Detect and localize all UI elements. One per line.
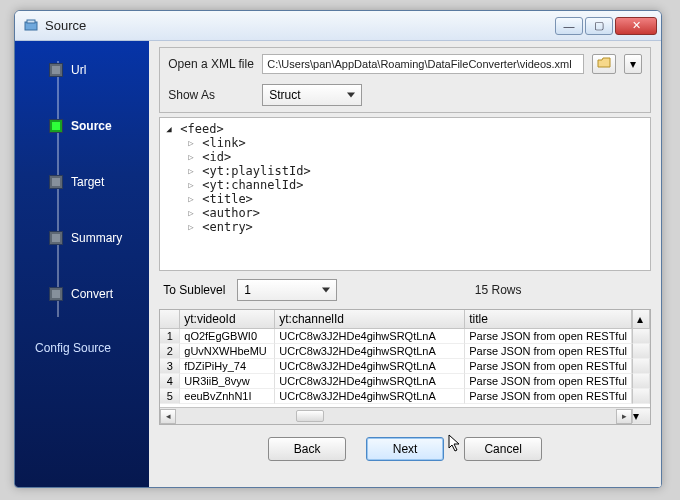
cell-title[interactable]: Parse JSON from open RESTful bbox=[465, 389, 632, 404]
expand-icon[interactable]: ▷ bbox=[188, 152, 198, 162]
open-xml-panel: Open a XML file C:\Users\pan\AppData\Roa… bbox=[159, 47, 651, 113]
wizard-step-target[interactable]: Target bbox=[15, 165, 149, 199]
cell-channelid[interactable]: UCrC8w3J2HDe4gihwSRQtLnA bbox=[275, 329, 465, 344]
cell-videoid[interactable]: gUvNXWHbeMU bbox=[180, 344, 275, 359]
table-row[interactable]: 2gUvNXWHbeMUUCrC8w3J2HDe4gihwSRQtLnAPars… bbox=[160, 344, 650, 359]
browse-dropdown-button[interactable]: ▾ bbox=[624, 54, 642, 74]
tree-node[interactable]: ▷<entry> bbox=[166, 220, 644, 234]
step-box-icon bbox=[49, 63, 63, 77]
app-icon bbox=[23, 18, 39, 34]
wizard-step-convert[interactable]: Convert bbox=[15, 277, 149, 311]
horizontal-scrollbar[interactable]: ◂ ▸ ▾ bbox=[160, 407, 650, 424]
cell-title[interactable]: Parse JSON from open RESTful bbox=[465, 359, 632, 374]
row-number: 2 bbox=[160, 344, 180, 359]
cell-channelid[interactable]: UCrC8w3J2HDe4gihwSRQtLnA bbox=[275, 389, 465, 404]
xml-path-input[interactable]: C:\Users\pan\AppData\Roaming\DataFileCon… bbox=[262, 54, 584, 74]
sublevel-select[interactable]: 1 bbox=[237, 279, 337, 301]
open-xml-label: Open a XML file bbox=[168, 57, 254, 71]
expand-icon[interactable]: ▷ bbox=[188, 138, 198, 148]
vscroll-track[interactable] bbox=[632, 344, 650, 359]
row-number: 1 bbox=[160, 329, 180, 344]
tree-node-label: <id> bbox=[202, 150, 231, 164]
vscroll-down-icon[interactable]: ▾ bbox=[632, 409, 650, 423]
chevron-down-icon: ▾ bbox=[630, 57, 636, 71]
cell-videoid[interactable]: UR3iiB_8vyw bbox=[180, 374, 275, 389]
cancel-button[interactable]: Cancel bbox=[464, 437, 542, 461]
hscroll-left-icon[interactable]: ◂ bbox=[160, 409, 176, 424]
vscroll-track[interactable] bbox=[632, 359, 650, 374]
svg-rect-1 bbox=[27, 20, 35, 23]
maximize-button[interactable]: ▢ bbox=[585, 17, 613, 35]
tree-node-label: <title> bbox=[202, 192, 253, 206]
tree-node[interactable]: ▷<id> bbox=[166, 150, 644, 164]
col-header-videoid[interactable]: yt:videoId bbox=[180, 310, 275, 329]
to-sublevel-label: To Sublevel bbox=[163, 283, 225, 297]
tree-node[interactable]: ▷<link> bbox=[166, 136, 644, 150]
tree-node[interactable]: ▷<author> bbox=[166, 206, 644, 220]
cell-channelid[interactable]: UCrC8w3J2HDe4gihwSRQtLnA bbox=[275, 359, 465, 374]
table-row[interactable]: 1qO2fEgGBWI0UCrC8w3J2HDe4gihwSRQtLnAPars… bbox=[160, 329, 650, 344]
hscroll-right-icon[interactable]: ▸ bbox=[616, 409, 632, 424]
dialog-window: Source — ▢ ✕ UrlSourceTargetSummaryConve… bbox=[14, 10, 662, 488]
expand-icon[interactable]: ▷ bbox=[188, 180, 198, 190]
expand-icon[interactable]: ▷ bbox=[188, 208, 198, 218]
show-as-label: Show As bbox=[168, 88, 254, 102]
show-as-select[interactable]: Struct bbox=[262, 84, 362, 106]
tree-node-label: <link> bbox=[202, 136, 245, 150]
tree-node[interactable]: ▷<yt:playlistId> bbox=[166, 164, 644, 178]
vscroll-track[interactable] bbox=[632, 389, 650, 404]
table-row[interactable]: 3fDZiPiHy_74UCrC8w3J2HDe4gihwSRQtLnAPars… bbox=[160, 359, 650, 374]
vscroll-up-icon[interactable]: ▴ bbox=[632, 310, 650, 329]
tree-node-label: <author> bbox=[202, 206, 260, 220]
step-label: Target bbox=[71, 175, 104, 189]
hscroll-thumb[interactable] bbox=[296, 410, 324, 422]
cell-title[interactable]: Parse JSON from open RESTful bbox=[465, 374, 632, 389]
vscroll-track[interactable] bbox=[632, 329, 650, 344]
step-box-icon bbox=[49, 175, 63, 189]
wizard-step-summary[interactable]: Summary bbox=[15, 221, 149, 255]
tree-root-label[interactable]: <feed> bbox=[180, 122, 223, 136]
cell-channelid[interactable]: UCrC8w3J2HDe4gihwSRQtLnA bbox=[275, 344, 465, 359]
wizard-buttons: Back Next Cancel bbox=[159, 429, 651, 463]
expand-icon[interactable]: ◢ bbox=[166, 124, 176, 134]
titlebar[interactable]: Source — ▢ ✕ bbox=[15, 11, 661, 41]
tree-node[interactable]: ▷<title> bbox=[166, 192, 644, 206]
close-button[interactable]: ✕ bbox=[615, 17, 657, 35]
wizard-step-source[interactable]: Source bbox=[15, 109, 149, 143]
rows-count-label: 15 Rows bbox=[349, 283, 647, 297]
tree-node[interactable]: ▷<yt:channelId> bbox=[166, 178, 644, 192]
window-title: Source bbox=[45, 18, 555, 33]
step-box-icon bbox=[49, 287, 63, 301]
expand-icon[interactable]: ▷ bbox=[188, 166, 198, 176]
grid-header: yt:videoId yt:channelId title ▴ bbox=[160, 310, 650, 329]
table-row[interactable]: 5eeuBvZnhN1IUCrC8w3J2HDe4gihwSRQtLnAPars… bbox=[160, 389, 650, 404]
cell-title[interactable]: Parse JSON from open RESTful bbox=[465, 329, 632, 344]
cell-videoid[interactable]: qO2fEgGBWI0 bbox=[180, 329, 275, 344]
expand-icon[interactable]: ▷ bbox=[188, 222, 198, 232]
folder-icon bbox=[597, 57, 611, 72]
next-button[interactable]: Next bbox=[366, 437, 444, 461]
preview-grid[interactable]: yt:videoId yt:channelId title ▴ 1qO2fEgG… bbox=[159, 309, 651, 425]
cell-title[interactable]: Parse JSON from open RESTful bbox=[465, 344, 632, 359]
table-row[interactable]: 4UR3iiB_8vywUCrC8w3J2HDe4gihwSRQtLnAPars… bbox=[160, 374, 650, 389]
browse-file-button[interactable] bbox=[592, 54, 616, 74]
col-header-channelid[interactable]: yt:channelId bbox=[275, 310, 465, 329]
hscroll-track[interactable] bbox=[176, 409, 616, 424]
minimize-button[interactable]: — bbox=[555, 17, 583, 35]
step-label: Url bbox=[71, 63, 86, 77]
tree-root-node[interactable]: ◢ <feed> bbox=[166, 122, 644, 136]
tree-node-label: <entry> bbox=[202, 220, 253, 234]
expand-icon[interactable]: ▷ bbox=[188, 194, 198, 204]
xml-tree-panel[interactable]: ◢ <feed> ▷<link>▷<id>▷<yt:playlistId>▷<y… bbox=[159, 117, 651, 271]
vscroll-track[interactable] bbox=[632, 374, 650, 389]
sublevel-row: To Sublevel 1 15 Rows bbox=[159, 275, 651, 305]
cell-videoid[interactable]: eeuBvZnhN1I bbox=[180, 389, 275, 404]
cell-videoid[interactable]: fDZiPiHy_74 bbox=[180, 359, 275, 374]
cell-channelid[interactable]: UCrC8w3J2HDe4gihwSRQtLnA bbox=[275, 374, 465, 389]
back-button[interactable]: Back bbox=[268, 437, 346, 461]
wizard-sidebar: UrlSourceTargetSummaryConvert Config Sou… bbox=[15, 41, 149, 487]
grid-corner bbox=[160, 310, 180, 329]
col-header-title[interactable]: title bbox=[465, 310, 632, 329]
wizard-step-url[interactable]: Url bbox=[15, 53, 149, 87]
row-number: 4 bbox=[160, 374, 180, 389]
